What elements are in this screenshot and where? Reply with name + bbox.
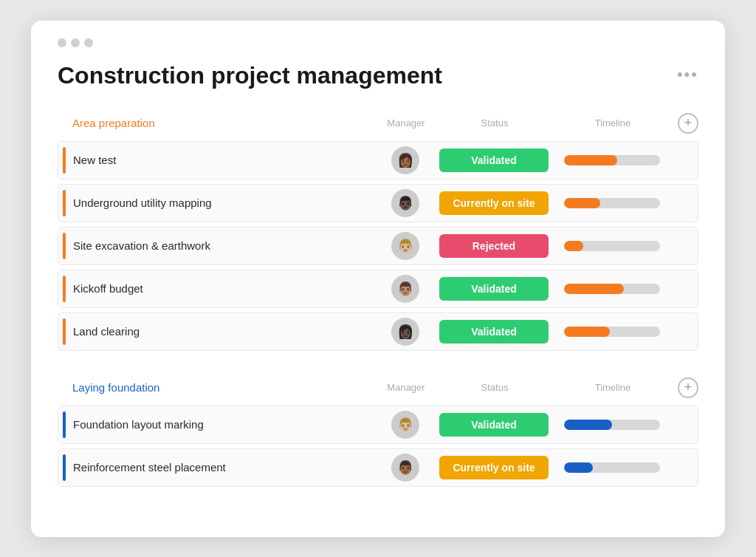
- manager-cell: 👨🏾: [376, 454, 435, 482]
- col-timeline-label: Timeline: [554, 382, 672, 393]
- timeline-fill: [564, 420, 612, 430]
- row-indicator: [63, 147, 66, 174]
- manager-cell: 👩🏾: [376, 146, 435, 174]
- table-row[interactable]: Kickoff budget 👨🏽 Validated: [58, 270, 698, 308]
- status-cell: Currently on site: [435, 191, 553, 215]
- avatar: 👨🏾: [391, 454, 419, 482]
- timeline-fill: [564, 155, 617, 165]
- status-badge: Validated: [439, 413, 549, 437]
- task-name: Foundation layout marking: [73, 418, 376, 431]
- timeline-fill: [564, 241, 583, 251]
- section-title: Laying foundation: [72, 381, 377, 394]
- row-indicator: [63, 411, 66, 438]
- timeline-fill: [564, 198, 600, 208]
- timeline-cell: [553, 327, 671, 337]
- status-cell: Validated: [435, 413, 553, 437]
- table-row[interactable]: New test 👩🏾 Validated: [58, 141, 698, 180]
- table-row[interactable]: Foundation layout marking 👨🏼 Validated: [58, 406, 698, 444]
- avatar: 👨🏿: [391, 189, 419, 217]
- manager-cell: 👩🏿: [376, 318, 435, 346]
- timeline-fill: [564, 327, 610, 337]
- main-window: Construction project management ••• Area…: [31, 21, 725, 537]
- status-badge: Validated: [439, 320, 549, 344]
- timeline-bar: [564, 155, 660, 165]
- page-title: Construction project management: [58, 62, 698, 89]
- avatar: 👨🏼: [391, 411, 419, 439]
- timeline-cell: [553, 155, 671, 165]
- status-cell: Rejected: [435, 234, 553, 258]
- table-row[interactable]: Land clearing 👩🏿 Validated: [58, 312, 698, 351]
- manager-cell: 👨🏽: [376, 275, 435, 303]
- row-indicator: [63, 276, 66, 302]
- dot-1: [58, 38, 66, 47]
- avatar: 👩🏿: [391, 318, 419, 346]
- timeline-bar: [564, 420, 660, 430]
- section-header-laying-foundation: Laying foundation Manager Status Timelin…: [58, 375, 698, 406]
- manager-cell: 👨🏼: [376, 411, 435, 439]
- task-name: Site excavation & earthwork: [73, 239, 376, 252]
- timeline-bar: [564, 284, 660, 294]
- status-cell: Currently on site: [435, 456, 553, 479]
- timeline-bar: [564, 198, 660, 208]
- timeline-cell: [553, 198, 671, 208]
- status-badge: Currently on site: [439, 456, 549, 479]
- manager-cell: 👨🏼: [376, 232, 435, 260]
- status-badge: Rejected: [439, 234, 549, 258]
- timeline-cell: [553, 462, 671, 473]
- task-name: Reinforcement steel placement: [73, 461, 376, 474]
- status-badge: Validated: [439, 148, 549, 172]
- task-name: Kickoff budget: [73, 282, 376, 295]
- add-spacer: +: [672, 113, 698, 134]
- avatar: 👨🏽: [391, 275, 419, 303]
- timeline-fill: [564, 284, 624, 294]
- timeline-fill: [564, 462, 593, 473]
- status-badge: Currently on site: [439, 191, 549, 215]
- add-spacer: +: [672, 377, 698, 398]
- dot-3: [84, 38, 93, 47]
- add-task-button[interactable]: +: [678, 377, 698, 398]
- table-row[interactable]: Site excavation & earthwork 👨🏼 Rejected: [58, 227, 698, 265]
- row-indicator: [63, 454, 66, 481]
- window-controls: [58, 38, 698, 47]
- timeline-cell: [553, 284, 671, 294]
- section-header-area-preparation: Area preparation Manager Status Timeline…: [58, 110, 698, 141]
- section-area-preparation: Area preparation Manager Status Timeline…: [58, 110, 698, 351]
- table-row[interactable]: Reinforcement steel placement 👨🏾 Current…: [58, 448, 698, 487]
- task-name: Underground utility mapping: [73, 197, 376, 209]
- manager-cell: 👨🏿: [376, 189, 435, 217]
- row-indicator: [63, 233, 66, 259]
- table-row[interactable]: Underground utility mapping 👨🏿 Currently…: [58, 184, 698, 222]
- status-cell: Validated: [435, 148, 553, 172]
- avatar: 👨🏼: [391, 232, 419, 260]
- status-cell: Validated: [435, 277, 553, 301]
- add-task-button[interactable]: +: [678, 113, 698, 134]
- section-laying-foundation: Laying foundation Manager Status Timelin…: [58, 375, 698, 487]
- avatar: 👩🏾: [391, 146, 419, 174]
- timeline-cell: [553, 241, 671, 251]
- task-name: New test: [73, 154, 376, 166]
- col-status-label: Status: [436, 117, 554, 129]
- col-timeline-label: Timeline: [554, 117, 672, 129]
- status-cell: Validated: [435, 320, 553, 344]
- timeline-bar: [564, 241, 660, 251]
- timeline-cell: [553, 420, 671, 430]
- col-manager-label: Manager: [377, 382, 436, 393]
- row-indicator: [63, 318, 66, 345]
- col-manager-label: Manager: [377, 117, 436, 129]
- timeline-bar: [564, 462, 660, 473]
- timeline-bar: [564, 327, 660, 337]
- row-indicator: [63, 190, 66, 216]
- status-badge: Validated: [439, 277, 549, 301]
- col-status-label: Status: [436, 382, 554, 393]
- dot-2: [71, 38, 80, 47]
- more-options-icon[interactable]: •••: [677, 65, 698, 84]
- section-title: Area preparation: [72, 117, 377, 129]
- task-name: Land clearing: [73, 325, 376, 338]
